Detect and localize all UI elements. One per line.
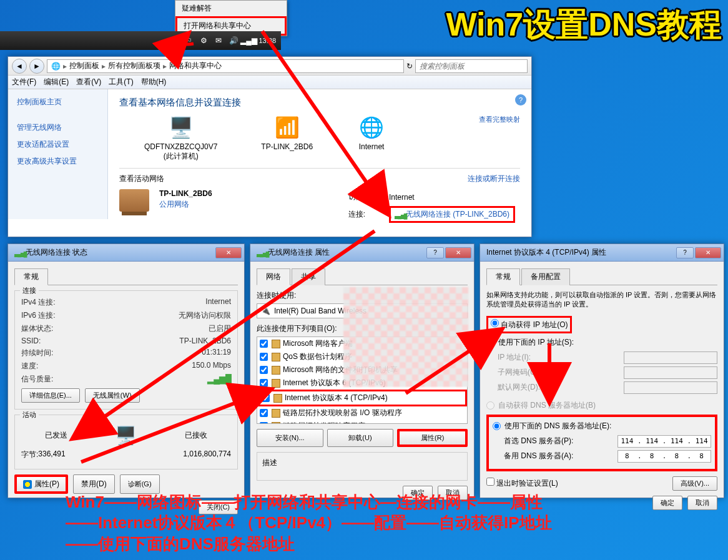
tab-general[interactable]: 常规 <box>486 268 520 285</box>
menu-edit[interactable]: 编辑(E) <box>44 77 69 87</box>
volume-icon[interactable]: 🔊 <box>229 36 239 46</box>
tutorial-steps: Win7——网络图标——打开网络和共享中心—连接的网卡——属性 ——Intern… <box>66 492 552 555</box>
menu-file[interactable]: 文件(F) <box>12 77 36 87</box>
alt-dns-label: 备用 DNS 服务器(A): <box>504 451 573 461</box>
ipv4-properties-window: Internet 协议版本 4 (TCP/IPv4) 属性 ? ✕ 常规 备用配… <box>480 243 724 498</box>
validate-checkbox[interactable] <box>486 478 494 486</box>
details-button[interactable]: 详细信息(E)... <box>21 388 80 403</box>
speed-label: 速度: <box>21 361 38 371</box>
access-label: 访问类型: <box>345 190 384 204</box>
manual-dns-radio[interactable] <box>493 422 501 430</box>
list-item[interactable]: 链路层拓扑发现响应程序 <box>257 420 467 424</box>
access-value: Internet <box>385 190 519 204</box>
auto-ip-label: 自动获得 IP 地址(O) <box>501 320 568 329</box>
back-button[interactable]: ◄ <box>12 59 27 74</box>
flag-icon[interactable]: ⚐ <box>184 36 194 46</box>
signal-icon <box>395 211 403 219</box>
activity-icon: 🖥️ <box>115 425 137 446</box>
map-node-pc: 🖥️ QDFTNXZBZCQJ0V7 (此计算机) <box>144 115 217 162</box>
menu-view[interactable]: 查看(V) <box>76 77 101 87</box>
connect-disconnect-link[interactable]: 连接或断开连接 <box>468 174 520 184</box>
connection-link[interactable]: 无线网络连接 (TP-LINK_2BD6) <box>389 206 515 223</box>
gateway-input <box>624 381 717 394</box>
install-button[interactable]: 安装(N)... <box>257 429 323 447</box>
search-input[interactable] <box>415 59 528 73</box>
list-item[interactable]: 链路层拓扑发现映射器 I/O 驱动程序 <box>257 406 467 420</box>
list-item-ipv4[interactable]: Internet 协议版本 4 (TCP/IPv4) <box>257 390 467 406</box>
breadcrumb[interactable]: 🌐 ▸ 控制面板 ▸ 所有控制面板项 ▸ 网络和共享中心 <box>47 59 404 73</box>
sidebar-adapter[interactable]: 更改适配器设置 <box>17 139 99 150</box>
network-map: 查看完整映射 🖥️ QDFTNXZBZCQJ0V7 (此计算机) 📶 TP-LI… <box>119 115 520 162</box>
close-button[interactable]: ✕ <box>215 247 242 258</box>
duration-value: 01:31:19 <box>202 348 231 358</box>
uninstall-button[interactable]: 卸载(U) <box>327 429 394 447</box>
bench-icon <box>119 189 149 212</box>
cancel-button[interactable]: 取消 <box>687 496 717 510</box>
component-icon <box>272 379 280 388</box>
auto-ip-radio[interactable] <box>491 319 499 327</box>
bytes-sent: 336,491 <box>38 449 65 460</box>
gear-icon[interactable]: ⚙ <box>199 36 209 46</box>
help-button[interactable]: ? <box>426 247 444 258</box>
manual-ip-radio[interactable] <box>486 338 494 346</box>
tab-sharing[interactable]: 共享 <box>292 268 325 285</box>
msg-icon[interactable]: ✉ <box>214 36 224 46</box>
ipv4-value: Internet <box>205 297 231 308</box>
component-icon <box>272 340 280 348</box>
help-icon[interactable]: ? <box>515 94 526 106</box>
item-checkbox[interactable] <box>260 366 268 374</box>
ssid-value: TP-LINK_2BD6 <box>179 336 231 345</box>
shield-icon <box>23 480 32 489</box>
ipv4-description: 如果网络支持此功能，则可以获取自动指派的 IP 设置。否则，您需要从网络系统管理… <box>486 290 717 310</box>
media-value: 已启用 <box>209 323 231 334</box>
ip-input <box>624 351 717 364</box>
conn-label: 连接: <box>345 205 384 224</box>
breadcrumb-1[interactable]: 控制面板 <box>69 61 99 71</box>
item-checkbox[interactable] <box>260 340 268 348</box>
received-label: 已接收 <box>185 430 207 441</box>
internet-name: Internet <box>357 142 386 151</box>
sidebar-sharing[interactable]: 更改高级共享设置 <box>17 156 99 167</box>
desc-label: 描述 <box>262 458 462 468</box>
section-header: 查看基本网络信息并设置连接 <box>119 97 520 109</box>
close-button[interactable]: ✕ <box>695 247 721 258</box>
close-button[interactable]: ✕ <box>445 247 471 258</box>
item-checkbox[interactable] <box>260 353 268 361</box>
item-properties-button[interactable]: 属性(R) <box>397 429 468 447</box>
full-map-link[interactable]: 查看完整映射 <box>479 115 520 124</box>
item-checkbox[interactable] <box>260 379 268 387</box>
forward-button[interactable]: ► <box>29 59 44 74</box>
pref-dns-input[interactable] <box>617 435 711 448</box>
bytes-label: 字节: <box>21 449 38 460</box>
clock[interactable]: 13:38 <box>258 37 276 44</box>
diagnose-button[interactable]: 诊断(G) <box>120 474 160 494</box>
gateway-label: 默认网关(D): <box>498 382 540 393</box>
item-checkbox[interactable] <box>262 394 270 402</box>
tab-general[interactable]: 常规 <box>14 268 48 285</box>
network-tray-icon[interactable]: ▂▄▆ <box>243 36 253 46</box>
alt-dns-input[interactable] <box>617 450 711 463</box>
ipv4-title: Internet 协议版本 4 (TCP/IPv4) 属性 <box>483 247 606 258</box>
menu-tools[interactable]: 工具(T) <box>109 77 133 87</box>
item-checkbox[interactable] <box>260 409 268 417</box>
advanced-button[interactable]: 高级(V)... <box>672 476 717 491</box>
item-checkbox[interactable] <box>260 422 268 424</box>
menu-troubleshoot[interactable]: 疑难解答 <box>175 1 287 16</box>
menu-help[interactable]: 帮助(H) <box>141 77 167 87</box>
sent-label: 已发送 <box>45 430 67 441</box>
breadcrumb-2[interactable]: 所有控制面板项 <box>108 61 160 71</box>
dns-block: 使用下面的 DNS 服务器地址(E): 首选 DNS 服务器(P): 备用 DN… <box>486 415 717 471</box>
breadcrumb-3[interactable]: 网络和共享中心 <box>169 61 222 71</box>
sidebar-home[interactable]: 控制面板主页 <box>17 97 99 107</box>
wireless-props-button[interactable]: 无线属性(W) <box>85 388 140 403</box>
tab-network[interactable]: 网络 <box>257 268 290 285</box>
sidebar-wireless[interactable]: 管理无线网络 <box>17 122 99 133</box>
tab-alternate[interactable]: 备用配置 <box>521 268 570 285</box>
mask-label: 子网掩码(U): <box>498 367 540 378</box>
help-button[interactable]: ? <box>676 247 694 258</box>
ok-button[interactable]: 确定 <box>652 496 682 510</box>
disable-button[interactable]: 禁用(D) <box>73 474 115 494</box>
active-net-type[interactable]: 公用网络 <box>159 199 333 210</box>
properties-button[interactable]: 属性(P) <box>14 474 68 494</box>
refresh-icon[interactable]: ↻ <box>406 62 413 71</box>
